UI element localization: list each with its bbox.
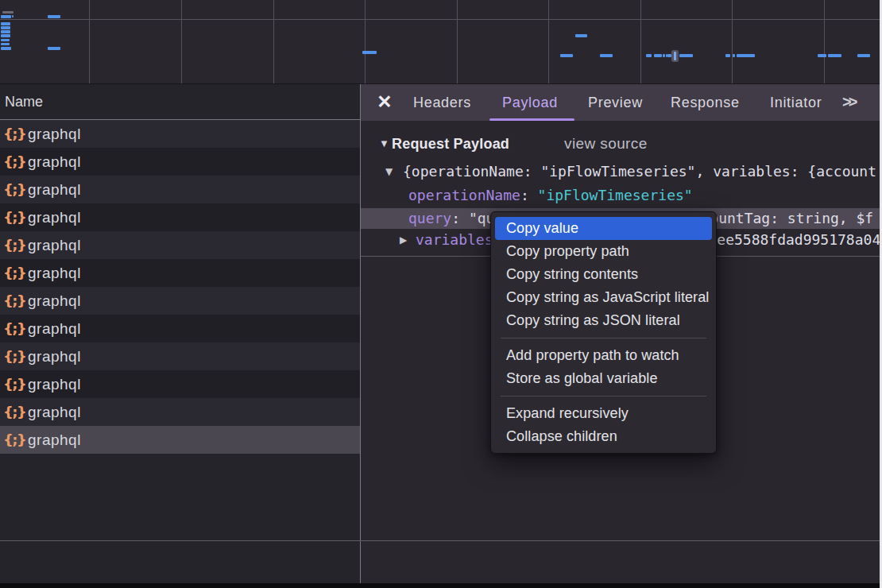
menu-item-copy-string-as-json-literal[interactable]: Copy string as JSON literal [495, 309, 712, 332]
menu-item-collapse-children[interactable]: Collapse children [495, 425, 712, 448]
overview-timing-bar [654, 54, 662, 58]
request-row-graphql-4[interactable]: {;}graphql [0, 231, 360, 259]
request-name-label: graphql [28, 431, 81, 449]
context-menu: Copy valueCopy property pathCopy string … [490, 211, 717, 454]
tab-initiator[interactable]: Initiator [770, 84, 822, 121]
overview-timing-bar [737, 54, 756, 58]
request-row-graphql-9[interactable]: {;}graphql [0, 370, 360, 398]
overview-timing-bar [1, 22, 10, 25]
overview-timing-bar [12, 15, 14, 17]
overview-selected-request-marker [671, 50, 679, 62]
braces-json-icon: {;} [3, 404, 22, 420]
overview-gridline [548, 0, 549, 83]
payload-tree-row-operationName[interactable]: operationName: "ipFlowTimeseries" [361, 185, 880, 206]
tab-payload[interactable]: Payload [502, 84, 558, 121]
property-key: operationName [408, 187, 520, 203]
request-name-label: graphql [28, 404, 81, 421]
request-name-label: graphql [28, 265, 81, 282]
request-name-label: graphql [28, 153, 81, 171]
braces-json-icon: {;} [3, 237, 22, 253]
overview-timing-bar [600, 54, 613, 58]
overview-timing-bar [362, 51, 377, 55]
property-key: query [408, 210, 451, 226]
braces-json-icon: {;} [3, 153, 22, 170]
overview-timing-bar [733, 54, 736, 58]
request-row-graphql-2[interactable]: {;}graphql [0, 176, 360, 203]
network-overview-timeline[interactable] [0, 0, 880, 84]
payload-tree-row-root[interactable]: ▼ {operationName: "ipFlowTimeseries", va… [361, 161, 880, 182]
braces-json-icon: {;} [3, 431, 22, 448]
expand-arrow-icon[interactable]: ▶ [400, 230, 407, 250]
request-row-graphql-8[interactable]: {;}graphql [0, 342, 360, 370]
property-key: variables [416, 231, 493, 248]
overview-timing-bar [857, 54, 871, 58]
request-row-graphql-5[interactable]: {;}graphql [0, 259, 360, 287]
menu-item-copy-string-contents[interactable]: Copy string contents [495, 263, 712, 286]
overview-timing-bar [560, 54, 573, 58]
request-name-label: graphql [28, 292, 81, 310]
request-name-label: graphql [28, 181, 81, 199]
braces-json-icon: {;} [3, 320, 22, 337]
overview-timing-bar [575, 34, 587, 38]
request-list-name-column-header[interactable]: Name [0, 84, 360, 120]
overview-selected-request-marker-bar [674, 52, 676, 60]
menu-item-copy-property-path[interactable]: Copy property path [495, 240, 712, 263]
overview-timing-bar [1, 26, 10, 29]
request-payload-section-header[interactable]: ▼ Request Payload view source [361, 133, 880, 154]
request-row-graphql-7[interactable]: {;}graphql [0, 315, 360, 342]
braces-json-icon: {;} [3, 265, 22, 281]
menu-separator [501, 338, 706, 338]
menu-item-copy-string-as-javascript-literal[interactable]: Copy string as JavaScript literal [495, 286, 712, 309]
overview-timing-bar [667, 54, 671, 58]
request-row-graphql-6[interactable]: {;}graphql [0, 287, 360, 315]
overview-timing-bar [1, 15, 11, 18]
devtools-network-screen: Name {;}graphql{;}graphql{;}graphql{;}gr… [0, 0, 882, 588]
section-collapse-icon[interactable]: ▼ [379, 133, 389, 154]
menu-item-store-as-global-variable[interactable]: Store as global variable [495, 367, 712, 390]
braces-json-icon: {;} [3, 292, 22, 309]
braces-json-icon: {;} [3, 209, 22, 226]
braces-json-icon: {;} [3, 181, 22, 198]
menu-item-expand-recursively[interactable]: Expand recursively [495, 402, 712, 425]
devtools-panel: Name {;}graphql{;}graphql{;}graphql{;}gr… [0, 0, 880, 583]
request-name-label: graphql [28, 237, 81, 254]
overview-gridline [824, 0, 825, 83]
tab-preview[interactable]: Preview [588, 84, 643, 121]
view-source-link[interactable]: view source [564, 133, 648, 154]
overview-gridline [365, 0, 366, 83]
tab-response[interactable]: Response [671, 84, 740, 121]
braces-json-icon: {;} [3, 348, 22, 365]
key-value-separator: : [520, 187, 538, 203]
request-row-graphql-11[interactable]: {;}graphql [0, 426, 360, 454]
request-row-graphql-10[interactable]: {;}graphql [0, 398, 360, 426]
request-row-graphql-0[interactable]: {;}graphql [0, 120, 360, 148]
more-tabs-chevron-icon[interactable]: >> [842, 84, 854, 121]
property-text: operationName: "ipFlowTimeseries" [408, 185, 693, 206]
overview-gridline [273, 0, 274, 83]
request-name-label: graphql [28, 320, 81, 338]
overview-timing-bar [1, 43, 10, 46]
request-name-label: graphql [28, 209, 81, 226]
overview-timing-bar [646, 54, 652, 58]
tab-headers[interactable]: Headers [413, 84, 471, 121]
overview-gridline [89, 0, 90, 83]
section-title: Request Payload [392, 133, 509, 154]
network-request-list-pane: Name {;}graphql{;}graphql{;}graphql{;}gr… [0, 84, 360, 583]
close-details-icon[interactable]: ✕ [374, 84, 395, 121]
request-list: {;}graphql{;}graphql{;}graphql{;}graphql… [0, 120, 360, 454]
overview-timing-bar [48, 47, 60, 50]
menu-item-copy-value[interactable]: Copy value [495, 217, 712, 240]
overview-timing-bar [679, 54, 693, 58]
overview-horizontal-gridline [0, 19, 880, 20]
key-value-separator: : [451, 210, 469, 226]
request-row-graphql-1[interactable]: {;}graphql [0, 148, 360, 176]
braces-json-icon: {;} [3, 126, 22, 142]
expand-arrow-icon[interactable]: ▼ [385, 161, 393, 182]
overview-timing-bar [1, 30, 10, 33]
request-row-graphql-3[interactable]: {;}graphql [0, 203, 360, 231]
overview-timing-bar [828, 54, 841, 58]
overview-timing-bar [818, 54, 827, 58]
property-value-string: "ipFlowTimeseries" [538, 187, 693, 203]
overview-timing-bar [48, 15, 60, 18]
menu-item-add-property-path-to-watch[interactable]: Add property path to watch [495, 344, 712, 367]
